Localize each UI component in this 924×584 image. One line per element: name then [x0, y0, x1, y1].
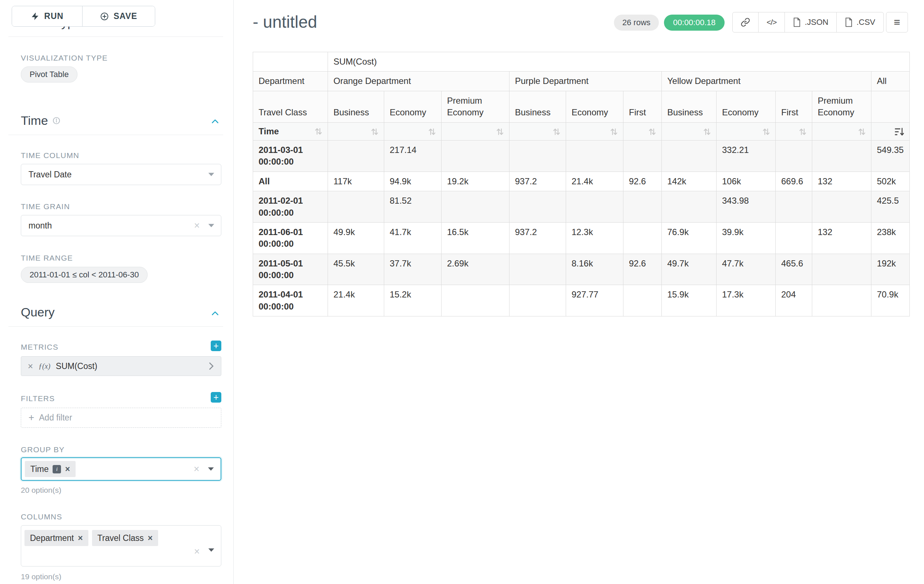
pivot-cell — [510, 254, 566, 285]
pivot-colgroup-header: All — [871, 72, 910, 91]
caret-down-icon — [208, 467, 214, 471]
time-column-select[interactable]: Travel Date — [21, 164, 221, 185]
sort-icon — [553, 127, 560, 137]
pivot-sort-column[interactable] — [384, 122, 442, 140]
pivot-data-row: 2011-04-01 00:00:0021.4k15.2k927.7715.9k… — [253, 285, 910, 316]
time-section-collapse-chevron-icon[interactable] — [210, 117, 220, 128]
columns-chip-department[interactable]: Department × — [25, 530, 88, 546]
pivot-row-header: 2011-03-01 00:00:00 — [253, 140, 328, 171]
pivot-sort-column[interactable] — [662, 122, 716, 140]
time-range-pill[interactable]: 2011-01-01 ≤ col < 2011-06-30 — [21, 267, 148, 283]
pivot-cell: 425.5 — [871, 191, 910, 223]
pivot-cell: 92.6 — [624, 254, 662, 285]
pivot-cell: 937.2 — [510, 222, 566, 254]
pivot-cell: 49.9k — [328, 222, 384, 254]
pivot-col-header: Premium Economy — [812, 91, 871, 122]
group-by-chip-time[interactable]: Time i × — [25, 461, 76, 477]
pivot-cell — [662, 140, 716, 171]
pivot-col-header: First — [776, 91, 812, 122]
sort-icon — [648, 127, 656, 137]
more-options-button[interactable]: ≡ — [886, 12, 908, 33]
columns-select[interactable]: Department × Travel Class × × — [21, 525, 221, 566]
sort-icon — [371, 127, 378, 137]
sort-icon — [858, 127, 866, 137]
pivot-cell: 937.2 — [510, 171, 566, 191]
visualization-type-pill[interactable]: Pivot Table — [21, 66, 78, 82]
query-section-collapse-chevron-icon[interactable] — [210, 309, 220, 320]
add-metric-button[interactable]: + — [211, 341, 221, 351]
divider — [8, 135, 223, 135]
pivot-cell: 17.3k — [716, 285, 776, 316]
pivot-cell: 238k — [871, 222, 910, 254]
add-filter-placeholder: Add filter — [39, 413, 72, 423]
pivot-cell: 192k — [871, 254, 910, 285]
metrics-label: METRICS — [21, 343, 58, 352]
time-grain-label: TIME GRAIN — [21, 202, 70, 211]
pivot-cell — [328, 140, 384, 171]
pivot-colgroup-header: Yellow Department — [662, 72, 871, 91]
pivot-sort-row-dim[interactable]: Time — [253, 122, 328, 140]
export-csv-button[interactable]: .CSV — [837, 12, 883, 32]
remove-metric-icon[interactable]: × — [28, 362, 33, 371]
pivot-table: SUM(Cost)DepartmentOrange DepartmentPurp… — [253, 52, 910, 316]
add-filter-dropzone[interactable]: + Add filter — [21, 408, 221, 428]
remove-chip-icon[interactable]: × — [148, 534, 153, 542]
pivot-sort-column[interactable] — [716, 122, 776, 140]
run-save-button-group: RUN SAVE — [12, 6, 155, 26]
time-grain-select[interactable]: month × — [21, 215, 221, 236]
pivot-cell — [442, 191, 510, 223]
pivot-cell: 132 — [812, 171, 871, 191]
sort-icon — [428, 127, 436, 137]
clear-icon[interactable]: × — [193, 464, 200, 474]
run-button[interactable]: RUN — [12, 6, 82, 26]
view-query-button[interactable]: </> — [758, 12, 784, 32]
chevron-right-icon — [208, 362, 214, 370]
pivot-sort-column[interactable] — [566, 122, 624, 140]
pivot-cell — [566, 191, 624, 223]
pivot-sort-column[interactable] — [510, 122, 566, 140]
pivot-cell: 106k — [716, 171, 776, 191]
group-by-select[interactable]: Time i × × — [21, 457, 221, 481]
pivot-sort-column[interactable] — [776, 122, 812, 140]
pivot-sort-column[interactable] — [624, 122, 662, 140]
time-grain-value: month — [21, 221, 52, 231]
metric-chip[interactable]: × ƒ(x) SUM(Cost) — [21, 356, 221, 376]
export-json-button[interactable]: .JSON — [784, 12, 837, 32]
query-section-title: Query — [21, 306, 55, 318]
remove-chip-icon[interactable]: × — [78, 534, 82, 542]
code-icon: </> — [767, 18, 776, 26]
remove-chip-icon[interactable]: × — [65, 465, 70, 474]
clear-icon[interactable]: × — [194, 547, 200, 557]
add-filter-plus-button[interactable]: + — [211, 392, 221, 403]
filters-label: FILTERS — [21, 394, 55, 403]
pivot-sort-column[interactable] — [328, 122, 384, 140]
row-count-badge: 26 rows — [614, 15, 659, 31]
pivot-sort-column[interactable] — [871, 122, 910, 140]
pivot-cell: 37.7k — [384, 254, 442, 285]
sort-icon — [496, 127, 504, 137]
save-button[interactable]: SAVE — [82, 6, 155, 26]
pivot-row-header: 2011-02-01 00:00:00 — [253, 191, 328, 223]
pivot-cell: 2.69k — [442, 254, 510, 285]
query-section-heading: Query — [21, 306, 55, 318]
pivot-data-row: 2011-05-01 00:00:0045.5k37.7k2.69k8.16k9… — [253, 254, 910, 285]
explore-page: Chart Type RUN SAVE VISUALIZATION TYPE P… — [0, 0, 924, 584]
pivot-sort-column[interactable] — [442, 122, 510, 140]
columns-chip-travel-class[interactable]: Travel Class × — [92, 530, 158, 546]
pivot-sort-column[interactable] — [812, 122, 871, 140]
info-icon — [52, 117, 61, 125]
pivot-cell: 70.9k — [871, 285, 910, 316]
pivot-col-header: Premium Economy — [442, 91, 510, 122]
pivot-cell: 81.52 — [384, 191, 442, 223]
sort-icon — [762, 127, 770, 137]
clear-icon[interactable]: × — [194, 221, 200, 231]
pivot-cell: 204 — [776, 285, 812, 316]
pivot-row-header: 2011-06-01 00:00:00 — [253, 222, 328, 254]
pivot-col-header: Business — [328, 91, 384, 122]
caret-down-icon — [208, 224, 214, 227]
pivot-cell — [624, 285, 662, 316]
pivot-col-header: Economy — [384, 91, 442, 122]
share-link-button[interactable] — [733, 12, 758, 32]
sort-icon — [799, 127, 807, 137]
pivot-cell: 21.4k — [328, 285, 384, 316]
